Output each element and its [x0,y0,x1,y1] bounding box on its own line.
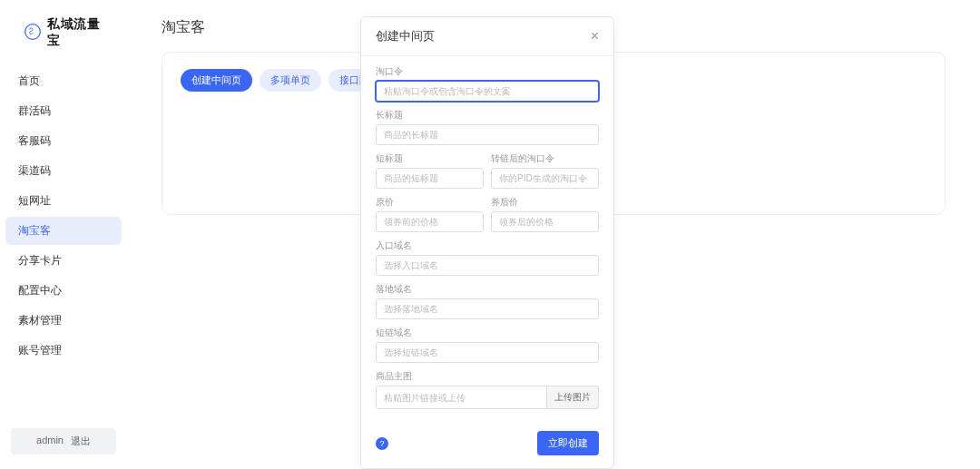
nav-service-code[interactable]: 客服码 [5,127,122,155]
input-coupon-price[interactable] [491,211,599,232]
label-short-domain: 短链域名 [376,327,599,339]
label-taokouling: 淘口令 [376,65,599,78]
upload-image-button[interactable]: 上传图片 [547,386,599,409]
user-bar: admin 退出 [11,428,116,454]
label-entry-domain: 入口域名 [376,239,599,252]
nav-group-code[interactable]: 群活码 [5,97,122,125]
input-main-image[interactable] [376,386,547,409]
label-long-title: 长标题 [376,109,599,122]
phone-icon [24,23,42,44]
label-coupon-price: 券后价 [491,196,599,209]
input-long-title[interactable] [376,124,599,145]
label-converted-tkl: 转链后的淘口令 [491,152,599,165]
input-orig-price[interactable] [376,211,484,232]
close-icon[interactable]: × [591,29,599,44]
modal-title: 创建中间页 [376,28,435,44]
input-short-title[interactable] [376,168,484,189]
nav-home[interactable]: 首页 [5,67,122,95]
sidebar-nav: 首页 群活码 客服码 渠道码 短网址 淘宝客 分享卡片 配置中心 素材管理 账号… [0,67,127,365]
help-icon[interactable]: ? [376,437,388,450]
tab-multi-item[interactable]: 多项单页 [260,69,321,92]
brand-name: 私域流量宝 [47,16,113,49]
label-landing-domain: 落地域名 [376,283,599,296]
nav-config[interactable]: 配置中心 [5,277,122,305]
nav-account[interactable]: 账号管理 [5,337,122,365]
label-main-image: 商品主图 [376,370,599,383]
input-taokouling[interactable] [376,81,599,102]
svg-point-0 [25,24,41,39]
nav-material[interactable]: 素材管理 [5,307,122,335]
input-converted-tkl[interactable] [491,168,599,189]
select-entry-domain[interactable] [376,255,599,276]
nav-taobaoke[interactable]: 淘宝客 [5,217,122,245]
logout-link[interactable]: 退出 [71,435,91,448]
nav-channel-code[interactable]: 渠道码 [5,157,122,185]
submit-button[interactable]: 立即创建 [537,431,599,455]
select-short-domain[interactable] [376,342,599,363]
nav-short-url[interactable]: 短网址 [5,187,122,215]
nav-share-card[interactable]: 分享卡片 [5,247,122,275]
select-landing-domain[interactable] [376,298,599,319]
create-modal: 创建中间页 × 淘口令 长标题 短标题 转链后的淘口令 原价 [360,16,614,469]
tab-create-middle[interactable]: 创建中间页 [181,69,252,92]
label-short-title: 短标题 [376,152,484,165]
label-orig-price: 原价 [376,196,484,209]
username: admin [36,435,64,448]
